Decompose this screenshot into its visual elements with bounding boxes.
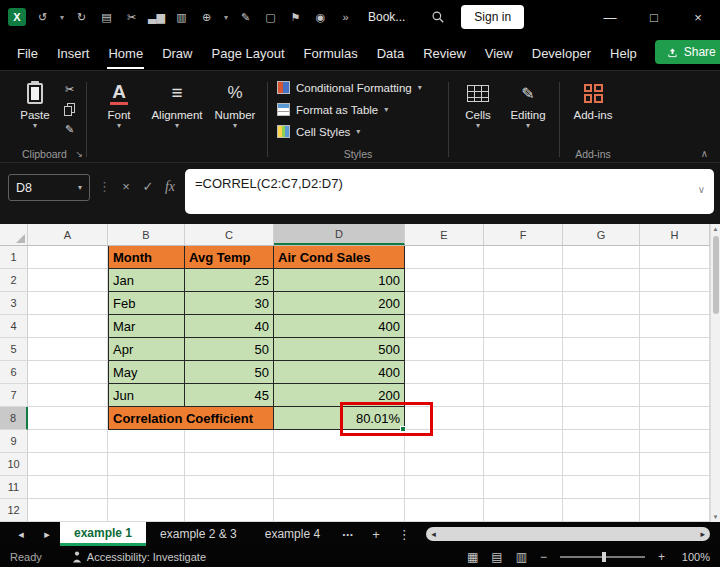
cell[interactable] [563,476,640,499]
share-button[interactable]: Share [655,40,720,64]
cell[interactable] [484,499,563,522]
cell-C6[interactable]: 50 [185,361,274,384]
cell-D3[interactable]: 200 [274,292,405,315]
cell[interactable] [563,246,640,269]
cell[interactable] [563,361,640,384]
cell[interactable] [108,499,185,522]
format-as-table-button[interactable]: Format as Table ▾ [273,99,443,120]
cell[interactable] [274,476,405,499]
search-icon[interactable] [431,10,445,24]
cells-button[interactable]: Cells ▾ [454,74,502,128]
cell[interactable] [28,315,108,338]
zoom-slider-thumb[interactable] [602,552,606,562]
cell[interactable] [563,499,640,522]
cell[interactable] [28,430,108,453]
formula-bar-expand-icon[interactable]: ∨ [698,184,705,195]
cell[interactable] [28,338,108,361]
cell[interactable] [640,384,710,407]
camera-icon[interactable]: ◉ [308,11,333,24]
sign-in-button[interactable]: Sign in [461,5,524,29]
zoom-level[interactable]: 100% [678,551,710,563]
cell-C5[interactable]: 50 [185,338,274,361]
cell[interactable] [274,430,405,453]
cell[interactable] [28,407,108,430]
tab-home[interactable]: Home [107,36,144,69]
cell[interactable] [405,407,484,430]
qat-overflow-icon[interactable]: » [333,11,358,23]
cell-B3[interactable]: Feb [108,292,185,315]
row-header-1[interactable]: 1 [0,246,28,269]
row-header-6[interactable]: 6 [0,361,28,384]
sheet-options-icon[interactable]: ⋮ [390,522,418,546]
cell[interactable] [640,292,710,315]
cell-B8[interactable]: Correlation Coefficient [108,407,274,430]
cell[interactable] [484,453,563,476]
cell[interactable] [484,338,563,361]
col-header-C[interactable]: C [185,224,274,245]
cell[interactable] [405,499,484,522]
cell[interactable] [185,430,274,453]
minimize-button[interactable]: — [588,0,632,34]
cell-D4[interactable]: 400 [274,315,405,338]
cell[interactable] [484,407,563,430]
bookmark-icon[interactable]: ⚑ [283,11,308,24]
cell[interactable] [640,407,710,430]
cell[interactable] [405,384,484,407]
cell-D2[interactable]: 100 [274,269,405,292]
maximize-button[interactable]: □ [632,0,676,34]
tab-draw[interactable]: Draw [161,36,193,69]
col-header-G[interactable]: G [563,224,640,245]
cell[interactable] [640,430,710,453]
cell-C1[interactable]: Avg Temp [185,246,274,269]
cell[interactable] [28,269,108,292]
formula-input[interactable]: =CORREL(C2:C7,D2:D7) ∨ [185,169,714,214]
copy-button[interactable] [64,103,75,116]
cell[interactable] [640,269,710,292]
row-header-7[interactable]: 7 [0,384,28,407]
cell-B5[interactable]: Apr [108,338,185,361]
cell[interactable] [484,246,563,269]
cell[interactable] [563,430,640,453]
cell[interactable] [185,453,274,476]
qat-dropdown-caret[interactable]: ▾ [219,13,233,22]
cell[interactable] [28,292,108,315]
cell[interactable] [640,246,710,269]
row-header-4[interactable]: 4 [0,315,28,338]
cell[interactable] [484,292,563,315]
cell[interactable] [185,499,274,522]
name-box[interactable]: D8 ▾ [8,174,90,201]
cell-D1[interactable]: Air Cond Sales [274,246,405,269]
tab-page-layout[interactable]: Page Layout [211,36,286,69]
cell[interactable] [563,338,640,361]
paste-icon[interactable]: ▤ [94,11,119,24]
copy-icon[interactable]: ▥ [169,11,194,24]
row-header-8[interactable]: 8 [0,407,28,430]
cell[interactable] [28,499,108,522]
draw-icon[interactable]: ✎ [233,11,258,24]
cell-B4[interactable]: Mar [108,315,185,338]
cell-B6[interactable]: May [108,361,185,384]
col-header-H[interactable]: H [640,224,710,245]
cell[interactable] [563,269,640,292]
page-break-view-icon[interactable]: ▥ [516,550,527,564]
cell[interactable] [563,384,640,407]
tab-file[interactable]: File [16,36,39,69]
cell[interactable] [28,384,108,407]
cell[interactable] [405,476,484,499]
row-header-5[interactable]: 5 [0,338,28,361]
tab-developer[interactable]: Developer [531,36,592,69]
cell[interactable] [640,453,710,476]
row-header-9[interactable]: 9 [0,430,28,453]
scroll-down-icon[interactable]: ▼ [713,514,719,520]
editing-button[interactable]: ✎ Editing ▾ [502,74,554,128]
cell-C3[interactable]: 30 [185,292,274,315]
cell[interactable] [640,338,710,361]
cell[interactable] [563,292,640,315]
cell[interactable] [405,361,484,384]
fill-handle[interactable] [400,426,406,432]
enter-icon[interactable]: ✓ [141,179,155,194]
sheet-tab-example-4[interactable]: example 4 [251,522,334,546]
zoom-out-icon[interactable]: − [540,550,547,564]
cell[interactable] [274,453,405,476]
col-header-D[interactable]: D [274,224,405,245]
